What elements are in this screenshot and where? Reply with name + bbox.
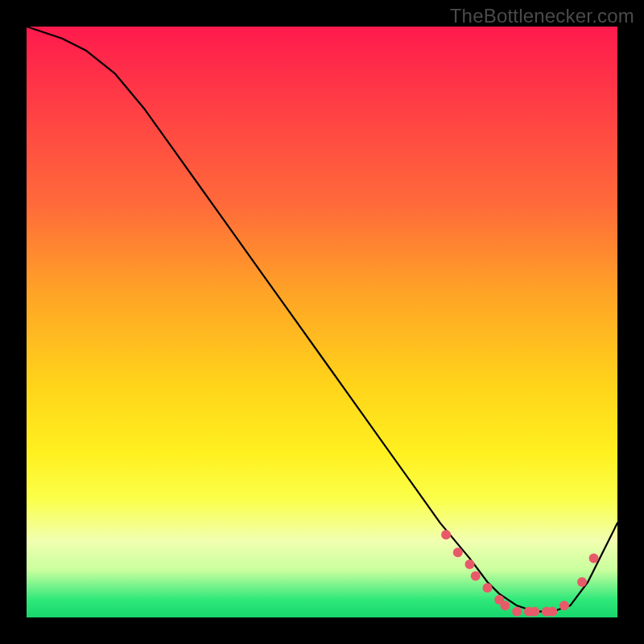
chart-frame: TheBottlenecker.com [0,0,644,644]
scatter-dot [441,530,451,539]
scatter-dot [589,554,599,564]
watermark-text: TheBottlenecker.com [450,5,634,27]
bottleneck-curve [27,27,617,612]
plot-area [27,27,617,617]
scatter-dot [465,559,475,569]
scatter-dot [530,607,539,617]
scatter-dots [441,530,599,617]
curve-svg [27,27,617,617]
scatter-dot [501,601,510,610]
scatter-dot [483,583,493,592]
scatter-dot [559,601,569,610]
scatter-dot [453,547,463,557]
scatter-dot [547,607,557,617]
scatter-dot [577,577,587,587]
scatter-dot [471,572,481,581]
scatter-dot [512,607,522,617]
